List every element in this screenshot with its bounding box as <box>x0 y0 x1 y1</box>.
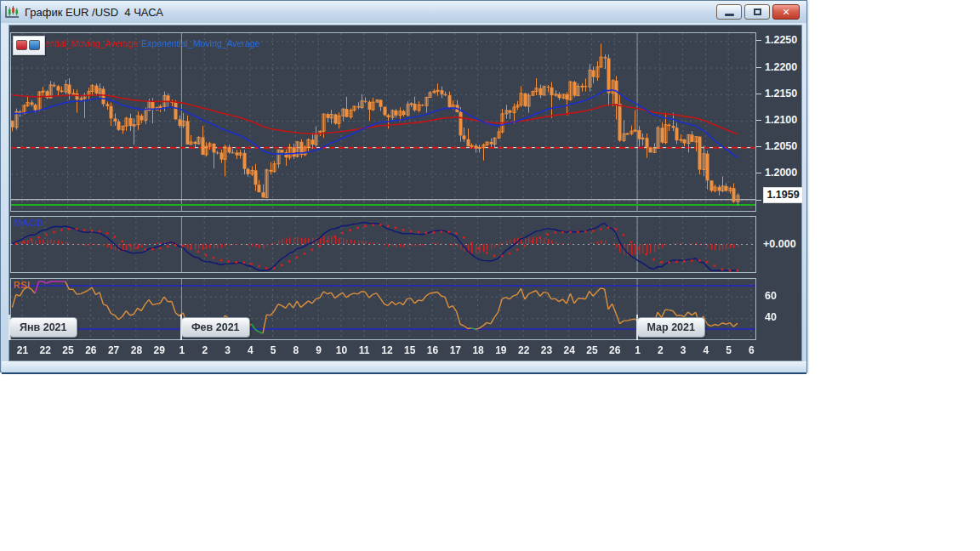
date-axis-label: 9 <box>316 344 322 356</box>
minimize-icon <box>725 14 734 16</box>
macd-canvas[interactable] <box>11 217 755 272</box>
date-axis-label: 29 <box>153 344 164 356</box>
close-icon: ✕ <box>782 7 789 18</box>
date-axis-label: 2 <box>658 344 664 356</box>
date-axis-label: 3 <box>225 344 231 356</box>
rsi-tick-label: 60 <box>765 290 777 302</box>
ema-blue-swatch[interactable] <box>29 40 40 50</box>
macd-panel[interactable]: MACD <box>10 216 756 273</box>
macd-zero-label: +0.000 <box>763 238 796 250</box>
horizontal-scrollbar[interactable] <box>2 361 806 374</box>
price-tick-label: 1.2000 <box>765 167 797 179</box>
date-axis-label: 5 <box>726 344 732 356</box>
price-tick-label: 1.2150 <box>765 88 797 99</box>
price-tick <box>756 40 761 41</box>
price-tick <box>756 173 761 173</box>
date-axis-label: 22 <box>518 344 529 356</box>
date-axis-label: 10 <box>336 344 347 356</box>
date-axis-label: 21 <box>17 344 28 356</box>
price-tick-label: 1.2200 <box>765 61 797 73</box>
restore-icon <box>754 9 761 15</box>
minimize-button[interactable] <box>716 4 742 20</box>
date-axis-label: 15 <box>404 344 415 356</box>
price-tick <box>756 67 761 68</box>
date-axis-label: 25 <box>586 344 597 356</box>
price-tick-label: 1.2250 <box>765 34 797 46</box>
date-axis-label: 8 <box>293 344 299 356</box>
date-axis-label: 19 <box>495 344 506 356</box>
price-tick <box>756 120 761 121</box>
price-chart-canvas[interactable] <box>11 33 755 211</box>
current-price-box: 1.1959 <box>763 187 803 203</box>
month-badge: Мар 2021 <box>637 317 705 338</box>
candlestick-chart-icon <box>5 5 20 19</box>
date-axis-label: 1 <box>635 344 641 356</box>
date-axis-label: 12 <box>381 344 392 356</box>
date-axis-label: 5 <box>271 344 276 356</box>
date-axis-label: 17 <box>450 344 461 356</box>
date-axis-label: 23 <box>541 344 552 356</box>
legend-color-box <box>13 36 45 55</box>
date-axis-label: 11 <box>359 344 370 356</box>
date-axis-label: 3 <box>681 344 687 356</box>
date-axis-label: 26 <box>85 344 96 356</box>
date-axis-label: 26 <box>609 344 620 356</box>
price-tick <box>756 146 761 147</box>
chart-client-area: Exponential_Moving_Average Exponential_M… <box>9 25 802 361</box>
price-tick <box>756 94 761 94</box>
window-title: График EUR /USD 4 ЧАСА <box>25 6 163 19</box>
date-axis-label: 28 <box>131 344 142 356</box>
date-axis-label: 22 <box>40 344 51 356</box>
price-scale: 1.22501.22001.21501.21001.20501.20001.19… <box>756 26 803 362</box>
price-tick <box>756 200 761 201</box>
date-axis-label: 27 <box>108 344 119 356</box>
ema-red-swatch[interactable] <box>16 40 27 50</box>
date-axis-label: 18 <box>472 344 483 356</box>
rsi-label: RSI <box>14 280 31 290</box>
date-axis: 2122252627282912345891011121516171819222… <box>10 342 756 361</box>
date-axis-label: 24 <box>564 344 575 356</box>
chart-window: График EUR /USD 4 ЧАСА ✕ Exponential_Mov… <box>0 0 807 372</box>
date-axis-label: 1 <box>179 344 185 356</box>
date-axis-label: 6 <box>749 344 755 356</box>
rsi-tick-label: 40 <box>765 311 777 323</box>
date-axis-label: 2 <box>202 344 208 356</box>
restore-button[interactable] <box>744 4 770 20</box>
ema-blue-legend-label: Exponential_Moving_Average <box>141 38 259 48</box>
price-tick-label: 1.2100 <box>765 114 797 126</box>
month-badge: Фев 2021 <box>181 317 250 338</box>
macd-label: MACD <box>14 218 43 228</box>
date-axis-label: 25 <box>62 344 73 356</box>
price-tick-label: 1.2050 <box>765 140 797 152</box>
date-axis-label: 16 <box>427 344 438 356</box>
date-axis-label: 4 <box>704 344 709 356</box>
price-panel[interactable]: Exponential_Moving_Average Exponential_M… <box>10 32 756 212</box>
date-axis-label: 4 <box>248 344 254 356</box>
window-titlebar[interactable]: График EUR /USD 4 ЧАСА ✕ <box>1 1 806 23</box>
close-button[interactable]: ✕ <box>772 4 800 20</box>
month-badge: Янв 2021 <box>9 317 77 338</box>
